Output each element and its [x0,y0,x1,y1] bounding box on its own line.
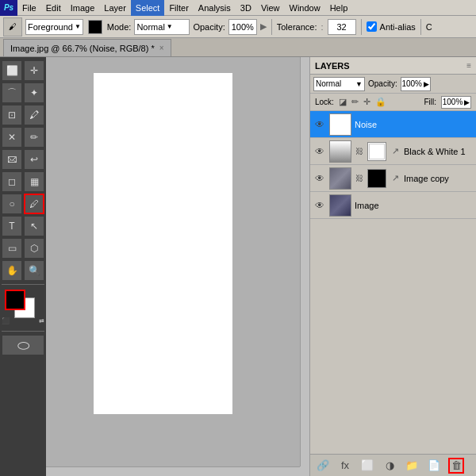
tool-separator-2 [2,331,44,332]
document-tab[interactable]: Image.jpg @ 66.7% (Noise, RGB/8) * × [3,39,171,56]
layer-mask-imagecopy[interactable] [367,169,386,188]
layer-visibility-image[interactable]: 👁 [313,199,326,212]
tab-title: Image.jpg @ 66.7% (Noise, RGB/8) * [10,44,155,53]
move-tool[interactable]: ✛ [24,60,44,81]
rectangular-marquee-tool[interactable]: ⬜ [2,60,22,81]
menu-help[interactable]: Help [325,0,353,16]
lasso-tool[interactable]: ⌒ [2,83,22,103]
layer-chain-bw1: ⛓ [355,147,364,156]
layers-panel: LAYERS ≡ Normal ▼ Opacity: 100% ▶ Lock: … [309,57,476,476]
3d-tool[interactable]: ⬡ [24,238,44,259]
path-selection-tool[interactable]: ↖ [24,216,44,236]
lock-position-icon[interactable]: ✛ [363,97,370,107]
brush-tool[interactable]: ✏ [24,127,44,148]
panel-expand-button[interactable]: ≡ [466,61,471,70]
lock-all-icon[interactable]: 🔒 [375,97,386,107]
blend-mode-dropdown[interactable]: Normal ▼ [134,19,190,35]
layer-item-imagecopy[interactable]: 👁 ⛓ ↗ Image copy [310,165,476,192]
quick-mask-mode[interactable]: ⬭ [2,335,44,355]
menu-3d[interactable]: 3D [236,0,256,16]
layer-new-icon[interactable]: 📄 [426,458,442,474]
lock-image-icon[interactable]: ✏ [351,97,359,107]
tool-preset-picker[interactable]: 🖌 [3,17,22,36]
menu-filter[interactable]: Filter [164,0,193,16]
fill-value[interactable]: 100% ▶ [441,96,471,109]
layer-group-icon[interactable]: 📁 [404,458,420,474]
toolbar: ⬜ ✛ ⌒ ✦ ⊡ 🖍 ✕ ✏ 🖂 ↩ ◻ ▦ ○ 🖊 [0,57,46,476]
quick-selection-tool[interactable]: ✦ [24,83,44,103]
layer-name-image: Image [355,201,379,210]
layer-mask-bw1[interactable] [367,142,386,161]
tool-separator-1 [2,284,44,285]
swap-colors-icon[interactable]: ⇄ [39,317,44,324]
gradient-tool[interactable]: ▦ [24,171,44,192]
horizontal-scrollbar[interactable] [46,466,300,476]
blend-mode-select[interactable]: Normal ▼ [313,77,365,91]
layers-mode-bar: Normal ▼ Opacity: 100% ▶ [310,75,476,94]
foreground-dropdown[interactable]: Foreground ▼ [25,19,83,35]
tool-row-8: T ↖ [2,216,44,236]
opacity-arrow[interactable]: ▶ [260,21,267,32]
layer-chain-imagecopy: ⛓ [355,174,364,183]
menu-file[interactable]: File [17,0,41,16]
foreground-color-box[interactable] [5,290,25,310]
opacity-value[interactable]: 100% ▶ [401,77,431,91]
tool-row-6: ◻ ▦ [2,171,44,192]
menu-edit[interactable]: Edit [41,0,66,16]
menu-select[interactable]: Select [131,0,165,16]
vertical-scrollbar[interactable] [300,57,309,466]
eyedropper-tool[interactable]: 🖍 [24,105,44,125]
eraser-tool[interactable]: ◻ [2,171,22,192]
layer-visibility-bw1[interactable]: 👁 [313,145,326,158]
tool-row-10: ✋ 🔍 [2,260,44,281]
layers-lock-bar: Lock: ◪ ✏ ✛ 🔒 Fill: 100% ▶ [310,94,476,111]
clone-stamp-tool[interactable]: 🖂 [2,149,22,170]
canvas-area [46,57,309,476]
tolerance-colon: : [321,22,324,32]
menu-view[interactable]: View [256,0,285,16]
layer-delete-icon[interactable]: 🗑 [448,458,464,474]
reset-colors-icon[interactable]: ⬛ [2,317,10,324]
layer-visibility-noise[interactable]: 👁 [313,118,326,131]
tool-row-5: 🖂 ↩ [2,149,44,170]
layers-panel-title: LAYERS [315,61,350,71]
canvas-document [94,73,232,414]
tolerance-label: Tolerance: [277,22,317,32]
history-brush-tool[interactable]: ↩ [24,149,44,170]
separator-1 [271,19,272,35]
layer-thumbnail-noise [329,113,351,136]
layer-mask-footer-icon[interactable]: ⬜ [359,458,375,474]
menu-layer[interactable]: Layer [99,0,131,16]
lock-transparent-icon[interactable]: ◪ [339,97,347,107]
color-box-container: ⬛ ⇄ [2,290,44,326]
shape-tool[interactable]: ▭ [2,238,22,259]
layer-item-bw1[interactable]: 👁 ⛓ ↗ Black & White 1 [310,138,476,165]
foreground-color-swatch[interactable] [88,20,102,34]
horizontal-type-tool[interactable]: T [2,216,22,236]
tool-row-1: ⬜ ✛ [2,60,44,81]
antialias-checkbox[interactable] [367,21,377,32]
crop-tool[interactable]: ⊡ [2,105,22,125]
separator-3 [420,19,421,35]
layer-adjustment-icon[interactable]: ◑ [382,458,397,474]
layer-visibility-imagecopy[interactable]: 👁 [313,172,326,185]
layer-link-footer-icon[interactable]: 🔗 [315,458,331,474]
menu-analysis[interactable]: Analysis [194,0,236,16]
layer-item-noise[interactable]: 👁 Noise [310,111,476,138]
menu-image[interactable]: Image [66,0,100,16]
spot-healing-tool[interactable]: ✕ [2,127,22,148]
zoom-tool[interactable]: 🔍 [24,260,44,281]
main-area: ⬜ ✛ ⌒ ✦ ⊡ 🖍 ✕ ✏ 🖂 ↩ ◻ ▦ ○ 🖊 [0,57,476,476]
tool-row-9: ▭ ⬡ [2,238,44,259]
tab-close-button[interactable]: × [159,44,164,52]
layer-item-image[interactable]: 👁 Image [310,192,476,219]
opacity-input[interactable] [228,19,257,35]
layer-name-noise: Noise [355,120,377,129]
layer-fx-icon[interactable]: fx [337,458,353,474]
dodge-tool[interactable]: ○ [2,194,22,214]
hand-tool[interactable]: ✋ [2,260,22,281]
tolerance-input[interactable] [328,19,356,35]
pen-tool[interactable]: 🖊 [24,194,44,214]
opacity-label: Opacity: [368,79,397,88]
menu-window[interactable]: Window [285,0,325,16]
